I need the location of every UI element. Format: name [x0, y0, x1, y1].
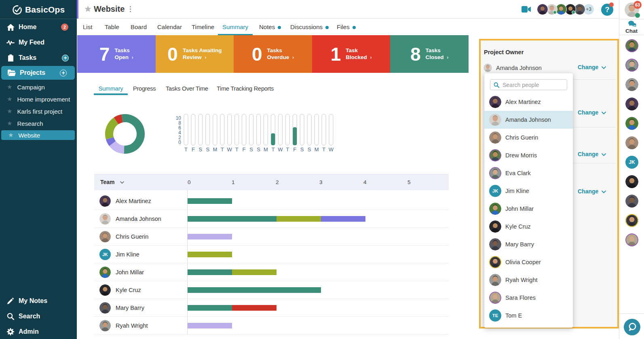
svg-text:T: T — [286, 146, 289, 153]
svg-text:F: F — [293, 146, 296, 153]
svg-text:S: S — [249, 146, 253, 153]
svg-text:M: M — [315, 146, 319, 153]
svg-text:S: S — [300, 146, 304, 153]
svg-text:T: T — [235, 146, 239, 153]
svg-text:T: T — [271, 146, 274, 153]
svg-text:F: F — [192, 146, 195, 153]
svg-text:S: S — [206, 146, 210, 153]
svg-text:T: T — [184, 146, 188, 153]
svg-text:F: F — [243, 146, 246, 153]
svg-text:S: S — [308, 146, 311, 153]
svg-text:S: S — [257, 146, 260, 153]
svg-text:W: W — [227, 146, 232, 153]
svg-text:M: M — [213, 146, 217, 153]
svg-text:M: M — [264, 146, 268, 153]
svg-text:S: S — [199, 146, 203, 153]
svg-text:T: T — [221, 146, 224, 153]
svg-text:T: T — [322, 146, 325, 153]
svg-text:0: 0 — [178, 140, 181, 145]
svg-text:W: W — [329, 146, 334, 153]
svg-text:W: W — [278, 146, 283, 153]
